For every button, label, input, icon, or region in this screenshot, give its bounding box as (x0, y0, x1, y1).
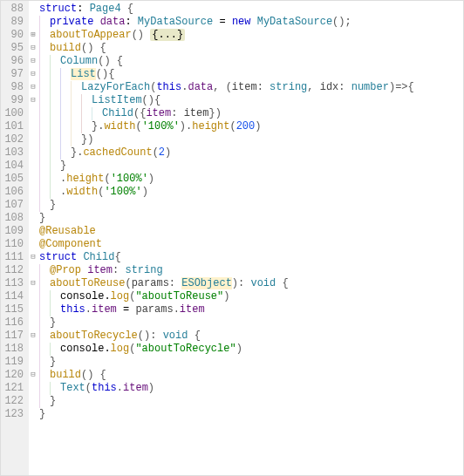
fold-expand-icon[interactable]: ⊞ (29, 29, 38, 42)
code-text: }.cachedCount(2) (71, 146, 171, 160)
line-number: 104 (4, 160, 24, 173)
code-line[interactable]: } (29, 395, 463, 408)
code-text: List(){ (71, 68, 114, 81)
code-line[interactable]: console.log("aboutToRecycle") (29, 343, 463, 356)
code-text: } (50, 356, 56, 369)
code-editor-content[interactable]: struct: Page4 {private data: MyDataSourc… (29, 1, 463, 475)
code-line[interactable]: ⊟aboutToRecycle(): void { (29, 330, 463, 343)
code-line[interactable]: ⊟struct Child{ (29, 251, 463, 264)
code-line[interactable]: }.width('100%').height(200) (29, 120, 463, 133)
fold-collapse-icon[interactable]: ⊟ (29, 42, 38, 55)
line-number: 90 (4, 29, 24, 42)
fold-collapse-icon[interactable]: ⊟ (29, 68, 38, 81)
indent-guides (39, 94, 92, 107)
indent-guides (39, 16, 50, 29)
code-line[interactable]: @Reusable (29, 225, 463, 238)
fold-collapse-icon[interactable]: ⊟ (29, 330, 38, 343)
code-line[interactable]: } (29, 160, 463, 173)
code-line[interactable]: } (29, 212, 463, 225)
code-text: this.item = params.item (60, 303, 205, 316)
line-number: 103 (4, 146, 24, 160)
line-number: 111 (4, 251, 24, 264)
code-line[interactable]: ⊟List(){ (29, 68, 463, 81)
line-number: 107 (4, 199, 24, 212)
code-line[interactable]: .height('100%') (29, 173, 463, 186)
line-number: 101 (4, 120, 24, 133)
line-number: 122 (4, 395, 24, 408)
fold-collapse-icon[interactable]: ⊟ (29, 251, 38, 264)
line-number: 102 (4, 133, 24, 146)
indent-guides (39, 277, 50, 290)
code-text: struct: Page4 { (39, 3, 133, 16)
code-text: console.log("aboutToRecycle") (60, 343, 242, 356)
fold-collapse-icon[interactable]: ⊟ (29, 55, 38, 68)
line-number: 112 (4, 264, 24, 277)
line-number: 108 (4, 212, 24, 225)
code-line[interactable]: Text(this.item) (29, 382, 463, 395)
code-text: .width('100%') (60, 186, 148, 199)
line-number: 114 (4, 290, 24, 303)
code-line[interactable]: console.log("aboutToReuse") (29, 290, 463, 303)
indent-guides (39, 146, 71, 160)
fold-collapse-icon[interactable]: ⊟ (29, 81, 38, 94)
code-text: .height('100%') (60, 173, 154, 186)
line-number: 110 (4, 238, 24, 251)
code-line[interactable]: ⊟Column() { (29, 55, 463, 68)
code-text: aboutToAppear() {...} (50, 29, 185, 42)
code-text: Column() { (60, 55, 123, 68)
line-number: 96 (4, 55, 24, 68)
fold-collapse-icon[interactable]: ⊟ (29, 369, 38, 382)
indent-guides (39, 264, 50, 277)
code-line[interactable]: private data: MyDataSource = new MyDataS… (29, 16, 463, 29)
code-line[interactable]: ⊟ListItem(){ (29, 94, 463, 107)
code-line[interactable]: struct: Page4 { (29, 3, 463, 16)
fold-collapse-icon[interactable]: ⊟ (29, 94, 38, 107)
code-line[interactable]: } (29, 408, 463, 421)
line-number: 115 (4, 303, 24, 316)
line-number: 117 (4, 330, 24, 343)
line-number: 106 (4, 186, 24, 199)
code-line[interactable]: Child({item: item}) (29, 107, 463, 120)
code-line[interactable]: @Component (29, 238, 463, 251)
line-number: 119 (4, 356, 24, 369)
code-line[interactable]: ⊟LazyForEach(this.data, (item: string, i… (29, 81, 463, 94)
code-text: @Prop item: string (50, 264, 163, 277)
indent-guides (39, 68, 71, 81)
code-text: aboutToRecycle(): void { (50, 330, 201, 343)
code-line[interactable]: ⊞aboutToAppear() {...} (29, 29, 463, 42)
indent-guides (39, 316, 50, 330)
fold-collapse-icon[interactable]: ⊟ (29, 277, 38, 290)
code-line[interactable]: @Prop item: string (29, 264, 463, 277)
code-line[interactable]: } (29, 199, 463, 212)
code-line[interactable]: } (29, 356, 463, 369)
code-line[interactable]: this.item = params.item (29, 303, 463, 316)
line-number: 121 (4, 382, 24, 395)
line-number: 116 (4, 316, 24, 330)
line-number: 120 (4, 369, 24, 382)
indent-guides (39, 42, 50, 55)
code-text: @Component (39, 238, 102, 251)
line-number: 113 (4, 277, 24, 290)
code-text: LazyForEach(this.data, (item: string, id… (81, 81, 414, 94)
line-number-gutter: 8889909596979899100101102103104105106107… (1, 1, 29, 475)
code-text: } (39, 408, 45, 421)
code-text: @Reusable (39, 225, 96, 238)
code-line[interactable]: }) (29, 133, 463, 146)
code-text: aboutToReuse(params: ESObject): void { (50, 277, 289, 290)
line-number: 105 (4, 173, 24, 186)
indent-guides (39, 29, 50, 42)
indent-guides (39, 173, 60, 186)
line-number: 109 (4, 225, 24, 238)
code-line[interactable]: ⊟aboutToReuse(params: ESObject): void { (29, 277, 463, 290)
code-text: build() { (50, 42, 106, 55)
indent-guides (39, 395, 50, 408)
code-text: Text(this.item) (60, 382, 154, 395)
code-line[interactable]: ⊟build() { (29, 369, 463, 382)
code-line[interactable]: ⊟build() { (29, 42, 463, 55)
code-text: struct Child{ (39, 251, 121, 264)
code-line[interactable]: } (29, 316, 463, 330)
code-line[interactable]: }.cachedCount(2) (29, 146, 463, 160)
indent-guides (39, 120, 92, 133)
line-number: 98 (4, 81, 24, 94)
code-line[interactable]: .width('100%') (29, 186, 463, 199)
